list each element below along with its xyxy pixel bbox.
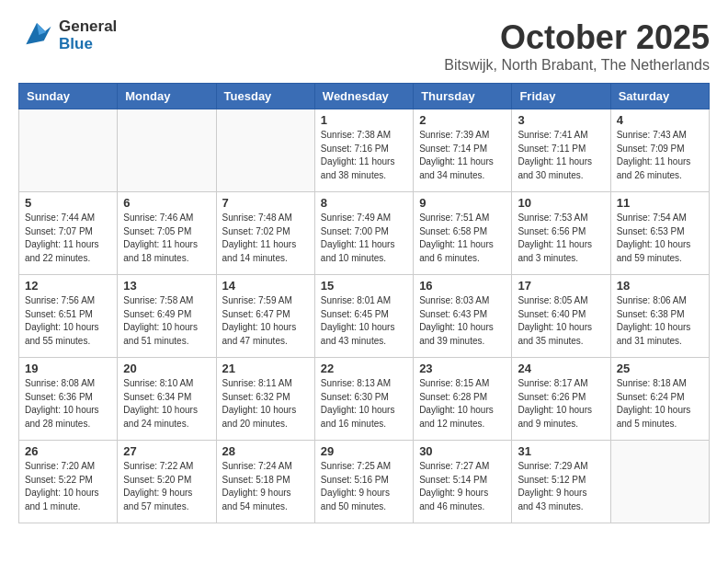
calendar-cell: 10Sunrise: 7:53 AM Sunset: 6:56 PM Dayli… (512, 192, 610, 275)
calendar-cell: 20Sunrise: 8:10 AM Sunset: 6:34 PM Dayli… (118, 358, 216, 441)
calendar-cell: 17Sunrise: 8:05 AM Sunset: 6:40 PM Dayli… (512, 275, 610, 358)
day-number: 5 (25, 196, 111, 210)
calendar-cell: 18Sunrise: 8:06 AM Sunset: 6:38 PM Dayli… (610, 275, 709, 358)
day-info: Sunrise: 7:44 AM Sunset: 7:07 PM Dayligh… (25, 212, 111, 265)
calendar-cell: 15Sunrise: 8:01 AM Sunset: 6:45 PM Dayli… (314, 275, 413, 358)
day-info: Sunrise: 7:43 AM Sunset: 7:09 PM Dayligh… (617, 129, 703, 182)
calendar-week-row-3: 12Sunrise: 7:56 AM Sunset: 6:51 PM Dayli… (19, 275, 710, 358)
day-info: Sunrise: 7:58 AM Sunset: 6:49 PM Dayligh… (123, 294, 210, 348)
weekday-header-sunday: Sunday (19, 84, 118, 109)
calendar-cell (610, 441, 709, 523)
weekday-header-row: SundayMondayTuesdayWednesdayThursdayFrid… (19, 84, 710, 109)
calendar-cell (19, 109, 118, 192)
day-number: 11 (617, 196, 703, 210)
day-info: Sunrise: 8:18 AM Sunset: 6:24 PM Dayligh… (617, 377, 703, 431)
day-number: 17 (518, 279, 604, 293)
day-number: 24 (518, 362, 604, 375)
day-number: 22 (321, 362, 407, 375)
day-number: 29 (321, 444, 407, 458)
header: General Blue October 2025 Bitswijk, Nort… (18, 18, 710, 74)
day-number: 2 (419, 113, 506, 127)
calendar-cell (216, 109, 314, 192)
logo-general-text: General (59, 18, 117, 36)
calendar-cell: 24Sunrise: 8:17 AM Sunset: 6:26 PM Dayli… (512, 358, 610, 441)
day-info: Sunrise: 7:38 AM Sunset: 7:16 PM Dayligh… (321, 129, 407, 182)
day-info: Sunrise: 7:20 AM Sunset: 5:22 PM Dayligh… (25, 460, 111, 513)
calendar-cell (118, 109, 216, 192)
calendar-cell: 4Sunrise: 7:43 AM Sunset: 7:09 PM Daylig… (610, 109, 709, 192)
day-info: Sunrise: 8:05 AM Sunset: 6:40 PM Dayligh… (518, 294, 604, 348)
calendar-title: October 2025 (444, 18, 710, 57)
day-info: Sunrise: 8:15 AM Sunset: 6:28 PM Dayligh… (419, 377, 506, 431)
day-info: Sunrise: 8:13 AM Sunset: 6:30 PM Dayligh… (321, 377, 407, 431)
calendar-cell: 6Sunrise: 7:46 AM Sunset: 7:05 PM Daylig… (118, 192, 216, 275)
calendar-cell: 1Sunrise: 7:38 AM Sunset: 7:16 PM Daylig… (314, 109, 413, 192)
weekday-header-thursday: Thursday (414, 84, 512, 109)
day-info: Sunrise: 8:10 AM Sunset: 6:34 PM Dayligh… (123, 377, 210, 431)
day-number: 9 (419, 196, 506, 210)
day-info: Sunrise: 7:51 AM Sunset: 6:58 PM Dayligh… (419, 212, 506, 265)
day-number: 31 (518, 444, 604, 458)
weekday-header-monday: Monday (118, 84, 216, 109)
weekday-header-saturday: Saturday (610, 84, 709, 109)
calendar-table: SundayMondayTuesdayWednesdayThursdayFrid… (18, 83, 710, 523)
calendar-cell: 14Sunrise: 7:59 AM Sunset: 6:47 PM Dayli… (216, 275, 314, 358)
calendar-cell: 28Sunrise: 7:24 AM Sunset: 5:18 PM Dayli… (216, 441, 314, 523)
logo-icon (18, 19, 55, 52)
weekday-header-wednesday: Wednesday (314, 84, 413, 109)
weekday-header-friday: Friday (512, 84, 610, 109)
calendar-cell: 22Sunrise: 8:13 AM Sunset: 6:30 PM Dayli… (314, 358, 413, 441)
day-number: 14 (222, 279, 309, 293)
day-info: Sunrise: 7:46 AM Sunset: 7:05 PM Dayligh… (123, 212, 210, 265)
calendar-cell: 9Sunrise: 7:51 AM Sunset: 6:58 PM Daylig… (414, 192, 512, 275)
calendar-cell: 23Sunrise: 8:15 AM Sunset: 6:28 PM Dayli… (414, 358, 512, 441)
day-number: 4 (617, 113, 703, 127)
title-section: October 2025 Bitswijk, North Brabant, Th… (444, 18, 710, 74)
calendar-subtitle: Bitswijk, North Brabant, The Netherlands (444, 57, 710, 74)
day-info: Sunrise: 8:03 AM Sunset: 6:43 PM Dayligh… (419, 294, 506, 348)
day-info: Sunrise: 7:41 AM Sunset: 7:11 PM Dayligh… (518, 129, 604, 182)
day-info: Sunrise: 7:29 AM Sunset: 5:12 PM Dayligh… (518, 460, 604, 513)
day-info: Sunrise: 8:11 AM Sunset: 6:32 PM Dayligh… (222, 377, 309, 431)
day-number: 13 (123, 279, 210, 293)
calendar-cell: 7Sunrise: 7:48 AM Sunset: 7:02 PM Daylig… (216, 192, 314, 275)
calendar-cell: 11Sunrise: 7:54 AM Sunset: 6:53 PM Dayli… (610, 192, 709, 275)
day-number: 27 (123, 444, 210, 458)
day-info: Sunrise: 8:01 AM Sunset: 6:45 PM Dayligh… (321, 294, 407, 348)
calendar-cell: 25Sunrise: 8:18 AM Sunset: 6:24 PM Dayli… (610, 358, 709, 441)
day-number: 16 (419, 279, 506, 293)
day-info: Sunrise: 7:59 AM Sunset: 6:47 PM Dayligh… (222, 294, 309, 348)
day-number: 26 (25, 444, 111, 458)
day-info: Sunrise: 8:06 AM Sunset: 6:38 PM Dayligh… (617, 294, 703, 348)
weekday-header-tuesday: Tuesday (216, 84, 314, 109)
calendar-week-row-5: 26Sunrise: 7:20 AM Sunset: 5:22 PM Dayli… (19, 441, 710, 523)
calendar-cell: 12Sunrise: 7:56 AM Sunset: 6:51 PM Dayli… (19, 275, 118, 358)
day-info: Sunrise: 7:56 AM Sunset: 6:51 PM Dayligh… (25, 294, 111, 348)
calendar-cell: 31Sunrise: 7:29 AM Sunset: 5:12 PM Dayli… (512, 441, 610, 523)
calendar-cell: 8Sunrise: 7:49 AM Sunset: 7:00 PM Daylig… (314, 192, 413, 275)
calendar-cell: 3Sunrise: 7:41 AM Sunset: 7:11 PM Daylig… (512, 109, 610, 192)
day-info: Sunrise: 7:39 AM Sunset: 7:14 PM Dayligh… (419, 129, 506, 182)
day-info: Sunrise: 7:48 AM Sunset: 7:02 PM Dayligh… (222, 212, 309, 265)
day-number: 28 (222, 444, 309, 458)
day-number: 19 (25, 362, 111, 375)
day-info: Sunrise: 8:17 AM Sunset: 6:26 PM Dayligh… (518, 377, 604, 431)
day-number: 10 (518, 196, 604, 210)
calendar-cell: 26Sunrise: 7:20 AM Sunset: 5:22 PM Dayli… (19, 441, 118, 523)
calendar-cell: 5Sunrise: 7:44 AM Sunset: 7:07 PM Daylig… (19, 192, 118, 275)
day-number: 25 (617, 362, 703, 375)
day-number: 23 (419, 362, 506, 375)
day-info: Sunrise: 7:25 AM Sunset: 5:16 PM Dayligh… (321, 460, 407, 513)
day-number: 3 (518, 113, 604, 127)
day-number: 20 (123, 362, 210, 375)
calendar-week-row-4: 19Sunrise: 8:08 AM Sunset: 6:36 PM Dayli… (19, 358, 710, 441)
calendar-cell: 2Sunrise: 7:39 AM Sunset: 7:14 PM Daylig… (414, 109, 512, 192)
day-info: Sunrise: 7:24 AM Sunset: 5:18 PM Dayligh… (222, 460, 309, 513)
day-number: 1 (321, 113, 407, 127)
day-info: Sunrise: 8:08 AM Sunset: 6:36 PM Dayligh… (25, 377, 111, 431)
logo-blue-text: Blue (59, 36, 117, 53)
day-number: 7 (222, 196, 309, 210)
day-info: Sunrise: 7:27 AM Sunset: 5:14 PM Dayligh… (419, 460, 506, 513)
calendar-cell: 27Sunrise: 7:22 AM Sunset: 5:20 PM Dayli… (118, 441, 216, 523)
calendar-week-row-1: 1Sunrise: 7:38 AM Sunset: 7:16 PM Daylig… (19, 109, 710, 192)
